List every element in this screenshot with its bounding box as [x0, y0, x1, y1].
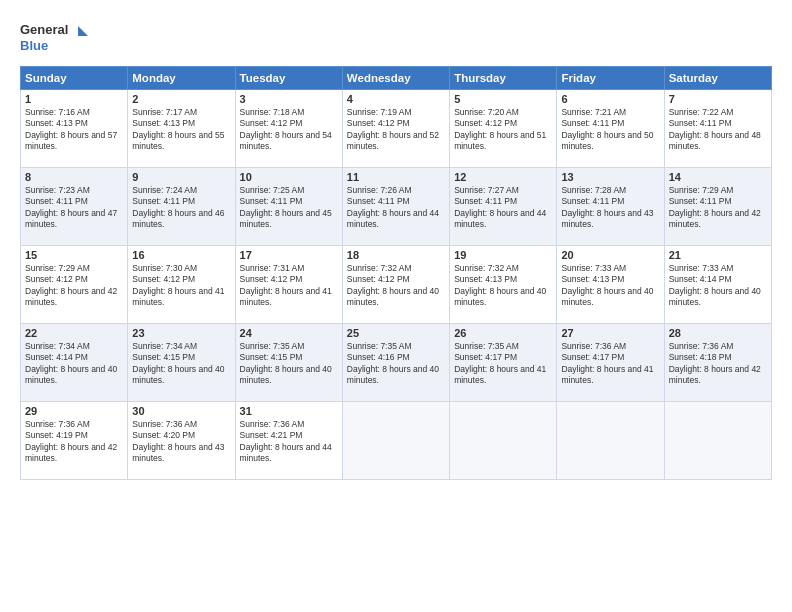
day-info: Sunrise: 7:33 AMSunset: 4:13 PMDaylight:… [561, 263, 653, 307]
day-number: 29 [25, 405, 123, 417]
day-number: 8 [25, 171, 123, 183]
day-info: Sunrise: 7:32 AMSunset: 4:12 PMDaylight:… [347, 263, 439, 307]
day-number: 27 [561, 327, 659, 339]
day-number: 25 [347, 327, 445, 339]
week-row-1: 1Sunrise: 7:16 AMSunset: 4:13 PMDaylight… [21, 90, 772, 168]
page-header: General Blue [20, 18, 772, 58]
day-number: 17 [240, 249, 338, 261]
day-number: 18 [347, 249, 445, 261]
day-number: 19 [454, 249, 552, 261]
calendar-cell: 19Sunrise: 7:32 AMSunset: 4:13 PMDayligh… [450, 246, 557, 324]
calendar-cell: 28Sunrise: 7:36 AMSunset: 4:18 PMDayligh… [664, 324, 771, 402]
day-number: 12 [454, 171, 552, 183]
weekday-header-row: SundayMondayTuesdayWednesdayThursdayFrid… [21, 67, 772, 90]
weekday-header-tuesday: Tuesday [235, 67, 342, 90]
calendar-cell: 31Sunrise: 7:36 AMSunset: 4:21 PMDayligh… [235, 402, 342, 480]
week-row-2: 8Sunrise: 7:23 AMSunset: 4:11 PMDaylight… [21, 168, 772, 246]
day-info: Sunrise: 7:36 AMSunset: 4:18 PMDaylight:… [669, 341, 761, 385]
weekday-header-friday: Friday [557, 67, 664, 90]
day-number: 28 [669, 327, 767, 339]
day-info: Sunrise: 7:29 AMSunset: 4:12 PMDaylight:… [25, 263, 117, 307]
calendar-cell [450, 402, 557, 480]
svg-text:General: General [20, 22, 68, 37]
calendar-cell: 9Sunrise: 7:24 AMSunset: 4:11 PMDaylight… [128, 168, 235, 246]
calendar-cell: 3Sunrise: 7:18 AMSunset: 4:12 PMDaylight… [235, 90, 342, 168]
day-number: 13 [561, 171, 659, 183]
calendar-cell: 17Sunrise: 7:31 AMSunset: 4:12 PMDayligh… [235, 246, 342, 324]
calendar-cell: 1Sunrise: 7:16 AMSunset: 4:13 PMDaylight… [21, 90, 128, 168]
weekday-header-thursday: Thursday [450, 67, 557, 90]
day-info: Sunrise: 7:28 AMSunset: 4:11 PMDaylight:… [561, 185, 653, 229]
day-number: 23 [132, 327, 230, 339]
day-info: Sunrise: 7:36 AMSunset: 4:21 PMDaylight:… [240, 419, 332, 463]
day-number: 7 [669, 93, 767, 105]
day-number: 6 [561, 93, 659, 105]
calendar-cell: 25Sunrise: 7:35 AMSunset: 4:16 PMDayligh… [342, 324, 449, 402]
calendar-cell: 6Sunrise: 7:21 AMSunset: 4:11 PMDaylight… [557, 90, 664, 168]
svg-marker-2 [78, 26, 88, 36]
calendar-cell: 13Sunrise: 7:28 AMSunset: 4:11 PMDayligh… [557, 168, 664, 246]
day-info: Sunrise: 7:34 AMSunset: 4:15 PMDaylight:… [132, 341, 224, 385]
calendar-cell: 16Sunrise: 7:30 AMSunset: 4:12 PMDayligh… [128, 246, 235, 324]
day-info: Sunrise: 7:35 AMSunset: 4:15 PMDaylight:… [240, 341, 332, 385]
calendar-cell [342, 402, 449, 480]
calendar-cell: 4Sunrise: 7:19 AMSunset: 4:12 PMDaylight… [342, 90, 449, 168]
day-number: 30 [132, 405, 230, 417]
day-number: 20 [561, 249, 659, 261]
day-number: 3 [240, 93, 338, 105]
day-info: Sunrise: 7:23 AMSunset: 4:11 PMDaylight:… [25, 185, 117, 229]
calendar-cell: 24Sunrise: 7:35 AMSunset: 4:15 PMDayligh… [235, 324, 342, 402]
day-info: Sunrise: 7:31 AMSunset: 4:12 PMDaylight:… [240, 263, 332, 307]
calendar-cell: 5Sunrise: 7:20 AMSunset: 4:12 PMDaylight… [450, 90, 557, 168]
day-info: Sunrise: 7:30 AMSunset: 4:12 PMDaylight:… [132, 263, 224, 307]
calendar-cell: 14Sunrise: 7:29 AMSunset: 4:11 PMDayligh… [664, 168, 771, 246]
day-info: Sunrise: 7:16 AMSunset: 4:13 PMDaylight:… [25, 107, 117, 151]
calendar-cell: 21Sunrise: 7:33 AMSunset: 4:14 PMDayligh… [664, 246, 771, 324]
day-number: 10 [240, 171, 338, 183]
calendar-cell: 7Sunrise: 7:22 AMSunset: 4:11 PMDaylight… [664, 90, 771, 168]
calendar-cell: 15Sunrise: 7:29 AMSunset: 4:12 PMDayligh… [21, 246, 128, 324]
day-info: Sunrise: 7:27 AMSunset: 4:11 PMDaylight:… [454, 185, 546, 229]
day-info: Sunrise: 7:17 AMSunset: 4:13 PMDaylight:… [132, 107, 224, 151]
day-info: Sunrise: 7:35 AMSunset: 4:17 PMDaylight:… [454, 341, 546, 385]
day-info: Sunrise: 7:36 AMSunset: 4:20 PMDaylight:… [132, 419, 224, 463]
calendar-cell [664, 402, 771, 480]
day-info: Sunrise: 7:24 AMSunset: 4:11 PMDaylight:… [132, 185, 224, 229]
week-row-5: 29Sunrise: 7:36 AMSunset: 4:19 PMDayligh… [21, 402, 772, 480]
day-info: Sunrise: 7:29 AMSunset: 4:11 PMDaylight:… [669, 185, 761, 229]
day-info: Sunrise: 7:33 AMSunset: 4:14 PMDaylight:… [669, 263, 761, 307]
day-number: 15 [25, 249, 123, 261]
day-number: 22 [25, 327, 123, 339]
weekday-header-monday: Monday [128, 67, 235, 90]
weekday-header-saturday: Saturday [664, 67, 771, 90]
calendar-cell: 10Sunrise: 7:25 AMSunset: 4:11 PMDayligh… [235, 168, 342, 246]
day-info: Sunrise: 7:25 AMSunset: 4:11 PMDaylight:… [240, 185, 332, 229]
day-info: Sunrise: 7:22 AMSunset: 4:11 PMDaylight:… [669, 107, 761, 151]
day-number: 26 [454, 327, 552, 339]
day-info: Sunrise: 7:18 AMSunset: 4:12 PMDaylight:… [240, 107, 332, 151]
calendar-cell: 18Sunrise: 7:32 AMSunset: 4:12 PMDayligh… [342, 246, 449, 324]
calendar-page: General Blue SundayMondayTuesdayWednesda… [0, 0, 792, 612]
day-info: Sunrise: 7:35 AMSunset: 4:16 PMDaylight:… [347, 341, 439, 385]
calendar-cell: 22Sunrise: 7:34 AMSunset: 4:14 PMDayligh… [21, 324, 128, 402]
day-number: 4 [347, 93, 445, 105]
calendar-cell: 12Sunrise: 7:27 AMSunset: 4:11 PMDayligh… [450, 168, 557, 246]
calendar-cell: 29Sunrise: 7:36 AMSunset: 4:19 PMDayligh… [21, 402, 128, 480]
day-info: Sunrise: 7:20 AMSunset: 4:12 PMDaylight:… [454, 107, 546, 151]
day-number: 31 [240, 405, 338, 417]
week-row-3: 15Sunrise: 7:29 AMSunset: 4:12 PMDayligh… [21, 246, 772, 324]
logo: General Blue [20, 18, 90, 58]
day-info: Sunrise: 7:21 AMSunset: 4:11 PMDaylight:… [561, 107, 653, 151]
weekday-header-wednesday: Wednesday [342, 67, 449, 90]
day-info: Sunrise: 7:34 AMSunset: 4:14 PMDaylight:… [25, 341, 117, 385]
day-info: Sunrise: 7:32 AMSunset: 4:13 PMDaylight:… [454, 263, 546, 307]
day-number: 5 [454, 93, 552, 105]
calendar-cell: 27Sunrise: 7:36 AMSunset: 4:17 PMDayligh… [557, 324, 664, 402]
day-number: 9 [132, 171, 230, 183]
day-number: 1 [25, 93, 123, 105]
day-number: 24 [240, 327, 338, 339]
day-info: Sunrise: 7:19 AMSunset: 4:12 PMDaylight:… [347, 107, 439, 151]
calendar-cell [557, 402, 664, 480]
calendar-cell: 23Sunrise: 7:34 AMSunset: 4:15 PMDayligh… [128, 324, 235, 402]
calendar-cell: 30Sunrise: 7:36 AMSunset: 4:20 PMDayligh… [128, 402, 235, 480]
